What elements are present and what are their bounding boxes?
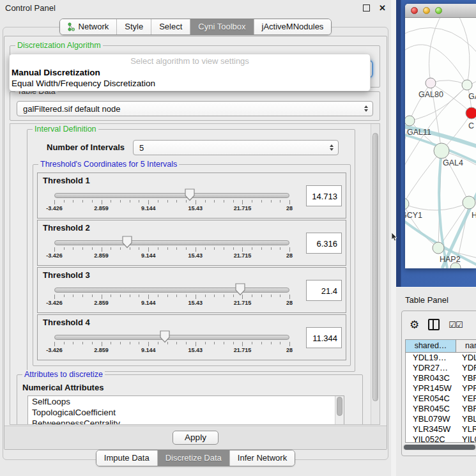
top-tab-jactivemnodules[interactable]: jActiveMNodules xyxy=(254,19,332,35)
top-tab-network[interactable]: Network xyxy=(60,19,117,35)
network-canvas[interactable]: GAL80GACGAL11GAL4GCY1HHAP2 xyxy=(405,18,476,268)
slider-tick xyxy=(158,342,158,344)
slider-tick xyxy=(289,200,290,204)
slider-thumb[interactable] xyxy=(160,330,170,343)
table-row[interactable]: YER054CYER0 xyxy=(406,394,476,404)
slider-tick xyxy=(82,200,83,203)
slider-tick xyxy=(111,342,111,344)
slider-tick xyxy=(120,200,121,203)
bottom-tab-infer-network[interactable]: Infer Network xyxy=(229,450,295,466)
slider-thumb[interactable] xyxy=(122,236,132,249)
number-of-intervals-label: Number of Intervals xyxy=(47,142,125,152)
checkboxes-icon[interactable]: ☑☑ xyxy=(449,320,462,330)
table-row[interactable]: YLR345WYLR3 xyxy=(406,424,476,434)
network-node[interactable] xyxy=(405,198,409,210)
algorithm-option[interactable]: Equal Width/Frequency Discretization xyxy=(12,79,155,88)
network-node[interactable] xyxy=(463,196,475,209)
table-row[interactable]: YDR27…YDR2 xyxy=(406,363,476,373)
algorithm-option[interactable]: Manual Discretization xyxy=(12,68,100,77)
slider-tick xyxy=(82,295,83,297)
network-node-label: C xyxy=(468,121,474,130)
number-of-intervals-value: 5 xyxy=(139,143,144,153)
table-row[interactable]: YIL052CYIL0 xyxy=(406,434,476,443)
attribute-list-item[interactable]: TopologicalCoefficient xyxy=(28,407,344,418)
attribute-list-item[interactable]: SelfLoops xyxy=(28,396,344,407)
numerical-attributes-list[interactable]: SelfLoopsTopologicalCoefficientBetweenne… xyxy=(27,395,344,425)
minimize-traffic-light-icon[interactable] xyxy=(423,7,430,14)
network-window-titlebar[interactable] xyxy=(405,4,476,18)
slider-tick xyxy=(92,342,93,344)
slider-track[interactable] xyxy=(54,193,289,198)
network-node[interactable] xyxy=(433,242,444,254)
table-row[interactable]: YPR145WYPR1 xyxy=(406,383,476,394)
settings-vertical-scrollbar[interactable] xyxy=(371,124,380,424)
slider-tick xyxy=(54,247,55,252)
table-row[interactable]: YBR043CYBR0 xyxy=(406,373,476,383)
column-split-icon[interactable] xyxy=(428,319,440,330)
table-horizontal-scrollbar[interactable] xyxy=(403,444,476,450)
network-node[interactable] xyxy=(466,107,476,119)
slider-tick xyxy=(289,342,290,346)
slider-tick xyxy=(214,247,215,250)
threshold-value-field[interactable]: 21.4 xyxy=(306,280,342,301)
table-row[interactable]: YBR045CYBR0 xyxy=(406,404,476,414)
network-node[interactable] xyxy=(426,78,436,88)
slider-tick xyxy=(64,200,65,203)
bottom-tabs: Impute DataDiscretize DataInfer Network xyxy=(96,450,295,466)
top-tab-cyni-toolbox[interactable]: Cyni Toolbox xyxy=(190,19,253,35)
network-node[interactable] xyxy=(462,80,472,90)
slider-tick xyxy=(271,200,272,203)
slider-tick xyxy=(158,295,158,297)
table-data-combobox[interactable]: galFiltered.sif default node xyxy=(17,101,373,116)
slider-tick xyxy=(252,200,252,203)
network-node-label: GAL80 xyxy=(418,90,443,99)
slider-tick xyxy=(82,342,83,344)
slider-tick xyxy=(261,295,262,297)
bottom-tab-discretize-data[interactable]: Discretize Data xyxy=(157,450,229,466)
bottom-tab-impute-data[interactable]: Impute Data xyxy=(96,450,157,466)
gear-icon[interactable]: ⚙ xyxy=(410,319,419,330)
table-row[interactable]: YDL19…YDL1 xyxy=(406,353,476,363)
network-edge xyxy=(431,81,467,85)
slider-track[interactable] xyxy=(54,240,289,245)
slider-tick xyxy=(242,247,243,252)
threshold-label: Threshold 3 xyxy=(43,270,90,280)
threshold-value-field[interactable]: 14.713 xyxy=(306,185,342,206)
cyni-content: Discretization Algorithm Table Data galF… xyxy=(4,36,387,450)
slider-tick-label: 21.715 xyxy=(234,205,252,211)
apply-button[interactable]: Apply xyxy=(173,431,219,445)
network-node[interactable] xyxy=(405,116,415,126)
slider-thumb[interactable] xyxy=(185,188,195,201)
zoom-traffic-light-icon[interactable] xyxy=(435,7,442,14)
column-header-shared-name[interactable]: shared… xyxy=(406,340,456,353)
attribute-list-item[interactable]: BetweennessCentrality xyxy=(28,418,344,425)
slider-tick xyxy=(176,200,177,203)
top-tab-select[interactable]: Select xyxy=(151,19,190,35)
slider-tick xyxy=(73,342,73,344)
table-cell: YBL079W xyxy=(406,414,456,424)
slider-tick-label: 2.859 xyxy=(94,347,109,353)
top-tab-style[interactable]: Style xyxy=(116,19,151,35)
slider-tick-label: 9.144 xyxy=(141,347,156,353)
network-edge xyxy=(405,203,469,210)
slider-thumb[interactable] xyxy=(235,283,245,296)
close-icon[interactable]: ✕ xyxy=(379,3,386,13)
table-row[interactable]: YBL079WYBL0 xyxy=(406,414,476,424)
slider-tick xyxy=(205,342,206,344)
number-of-intervals-combobox[interactable]: 5 xyxy=(133,140,339,155)
float-window-icon[interactable] xyxy=(363,4,370,12)
attributes-list-scrollbar[interactable] xyxy=(335,396,344,425)
network-edge xyxy=(405,45,467,85)
network-node-label: HAP2 xyxy=(440,255,461,264)
slider-track[interactable] xyxy=(54,288,289,293)
column-header-name[interactable]: name xyxy=(456,340,476,353)
threshold-value-field[interactable]: 11.344 xyxy=(306,327,342,348)
slider-track[interactable] xyxy=(54,335,289,340)
top-tab-label: Network xyxy=(79,22,109,31)
close-traffic-light-icon[interactable] xyxy=(411,7,418,14)
slider-tick xyxy=(214,200,215,203)
slider-tick xyxy=(111,295,111,297)
threshold-value-field[interactable]: 6.316 xyxy=(306,233,342,254)
slider-tick xyxy=(64,247,65,250)
network-node[interactable] xyxy=(434,143,449,158)
